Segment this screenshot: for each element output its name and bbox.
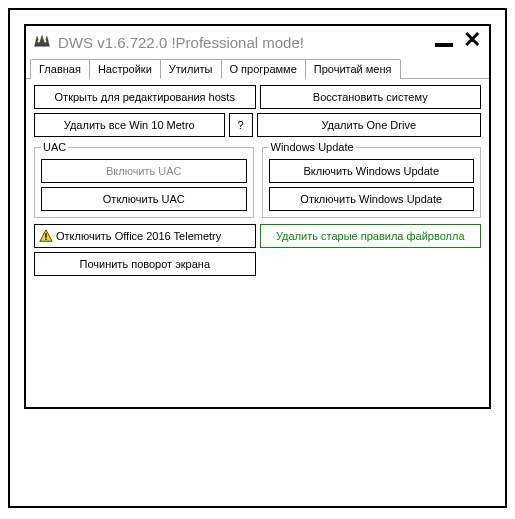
metro-help-button[interactable]: ? (229, 113, 253, 137)
enable-uac-button[interactable]: Включить UAC (41, 159, 247, 183)
disable-uac-button[interactable]: Отключить UAC (41, 187, 247, 211)
uac-group-label: UAC (41, 141, 68, 153)
uac-group: UAC Включить UAC Отключить UAC (34, 141, 254, 218)
enable-wu-button[interactable]: Включить Windows Update (269, 159, 475, 183)
open-hosts-button[interactable]: Открыть для редактирования hosts (34, 85, 256, 109)
tab-strip: Главная Настройки Утилиты О программе Пр… (26, 58, 489, 79)
outer-frame: DWS v1.6.722.0 !Professional mode! ✕ Гла… (8, 8, 507, 508)
close-button[interactable]: ✕ (461, 31, 483, 53)
tab-utilities[interactable]: Утилиты (160, 59, 222, 79)
svg-point-1 (44, 40, 46, 42)
window-title: DWS v1.6.722.0 !Professional mode! (58, 34, 433, 51)
app-icon (32, 33, 52, 51)
tab-settings[interactable]: Настройки (89, 59, 161, 79)
svg-rect-2 (45, 233, 46, 237)
app-window: DWS v1.6.722.0 !Professional mode! ✕ Гла… (24, 24, 491, 409)
disable-office-telemetry-label: Отключить Office 2016 Telemetry (56, 229, 221, 243)
disable-office-telemetry-button[interactable]: Отключить Office 2016 Telemetry (34, 224, 256, 248)
remove-onedrive-button[interactable]: Удалить One Drive (257, 113, 482, 137)
tab-about[interactable]: О программе (221, 59, 306, 79)
window-controls: ✕ (433, 31, 483, 53)
tab-content: Открыть для редактирования hosts Восстан… (26, 79, 489, 407)
windows-update-group: Windows Update Включить Windows Update О… (262, 141, 482, 218)
minimize-button[interactable] (433, 31, 455, 53)
tab-main[interactable]: Главная (30, 59, 90, 79)
svg-rect-3 (45, 239, 46, 240)
title-bar: DWS v1.6.722.0 !Professional mode! ✕ (26, 26, 489, 56)
wu-group-label: Windows Update (269, 141, 356, 153)
warning-icon (39, 229, 53, 243)
tab-readme[interactable]: Прочитай меня (305, 59, 401, 79)
disable-wu-button[interactable]: Отключить Windows Update (269, 187, 475, 211)
svg-point-0 (38, 40, 40, 42)
restore-system-button[interactable]: Восстановить систему (260, 85, 482, 109)
remove-metro-button[interactable]: Удалить все Win 10 Metro (34, 113, 225, 137)
fix-rotation-button[interactable]: Починить поворот экрана (34, 252, 256, 276)
remove-firewall-rules-button[interactable]: Удалить старые правила файрволла (260, 224, 482, 248)
